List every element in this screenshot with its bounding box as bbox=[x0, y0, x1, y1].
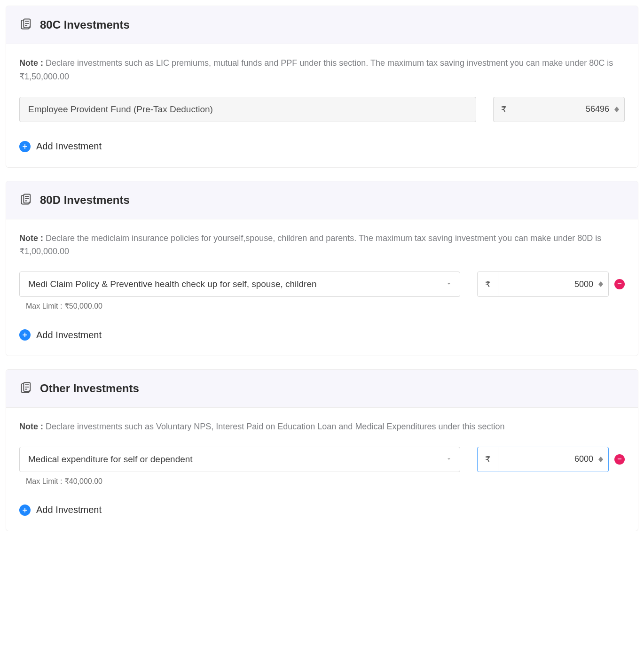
investment-row: Employee Provident Fund (Pre-Tax Deducti… bbox=[19, 97, 625, 122]
select-value: Medical expenditure for self or dependen… bbox=[28, 454, 193, 465]
section-title: 80C Investments bbox=[40, 18, 130, 31]
plus-icon bbox=[19, 505, 31, 516]
note-label: Note : bbox=[19, 233, 46, 243]
investment-row: Medical expenditure for self or dependen… bbox=[19, 447, 625, 486]
add-investment-button[interactable]: Add Investment bbox=[19, 329, 625, 341]
section-note: Note : Declare investments such as LIC p… bbox=[19, 56, 625, 84]
document-icon bbox=[19, 193, 32, 208]
amount-input[interactable] bbox=[498, 447, 596, 472]
plus-icon bbox=[19, 329, 31, 341]
section-body: Note : Declare the mediclaim insurance p… bbox=[6, 219, 638, 356]
note-text: Declare investments such as LIC premiums… bbox=[19, 58, 613, 81]
add-investment-button[interactable]: Add Investment bbox=[19, 141, 625, 152]
investment-row: Medi Claim Policy & Preventive health ch… bbox=[19, 272, 625, 310]
add-investment-button[interactable]: Add Investment bbox=[19, 505, 625, 516]
currency-symbol: ₹ bbox=[494, 97, 514, 122]
plus-icon bbox=[19, 141, 31, 152]
section-title: Other Investments bbox=[40, 382, 139, 395]
number-stepper[interactable] bbox=[596, 272, 608, 296]
document-icon bbox=[19, 381, 32, 396]
section-body: Note : Declare investments such as Volun… bbox=[6, 408, 638, 531]
minus-icon bbox=[617, 455, 622, 464]
section-header: 80D Investments bbox=[6, 181, 638, 219]
investment-main: Employee Provident Fund (Pre-Tax Deducti… bbox=[19, 97, 476, 122]
note-text: Declare investments such as Voluntary NP… bbox=[46, 422, 505, 431]
label-text: Employee Provident Fund (Pre-Tax Deducti… bbox=[28, 104, 213, 115]
investment-select[interactable]: Medical expenditure for self or dependen… bbox=[19, 447, 460, 472]
remove-button[interactable] bbox=[614, 279, 625, 289]
section-header: 80C Investments bbox=[6, 6, 638, 44]
note-text: Declare the mediclaim insurance policies… bbox=[19, 233, 601, 256]
max-limit: Max Limit : ₹50,000.00 bbox=[26, 302, 460, 310]
section-other: Other InvestmentsNote : Declare investme… bbox=[6, 369, 638, 531]
section-body: Note : Declare investments such as LIC p… bbox=[6, 44, 638, 167]
currency-symbol: ₹ bbox=[478, 447, 498, 472]
amount-input[interactable] bbox=[498, 272, 596, 296]
number-stepper[interactable] bbox=[596, 447, 608, 472]
amount-field: ₹ bbox=[477, 447, 609, 472]
investment-select[interactable]: Medi Claim Policy & Preventive health ch… bbox=[19, 272, 460, 297]
add-label: Add Investment bbox=[36, 141, 102, 152]
currency-symbol: ₹ bbox=[478, 272, 498, 296]
document-icon bbox=[19, 17, 32, 32]
note-label: Note : bbox=[19, 58, 46, 68]
add-label: Add Investment bbox=[36, 330, 102, 341]
number-stepper[interactable] bbox=[612, 97, 624, 122]
note-label: Note : bbox=[19, 422, 46, 431]
section-note: Note : Declare investments such as Volun… bbox=[19, 420, 625, 434]
max-limit: Max Limit : ₹40,000.00 bbox=[26, 477, 460, 486]
investment-main: Medical expenditure for self or dependen… bbox=[19, 447, 460, 486]
add-label: Add Investment bbox=[36, 505, 102, 515]
select-value: Medi Claim Policy & Preventive health ch… bbox=[28, 279, 317, 289]
chevron-down-icon bbox=[446, 454, 452, 465]
remove-button[interactable] bbox=[614, 454, 625, 465]
amount-field: ₹ bbox=[493, 97, 625, 122]
investment-main: Medi Claim Policy & Preventive health ch… bbox=[19, 272, 460, 310]
section-header: Other Investments bbox=[6, 370, 638, 408]
amount-field: ₹ bbox=[477, 272, 609, 297]
section-80d: 80D InvestmentsNote : Declare the medicl… bbox=[6, 181, 638, 357]
section-title: 80D Investments bbox=[40, 194, 130, 207]
minus-icon bbox=[617, 280, 622, 288]
investment-label: Employee Provident Fund (Pre-Tax Deducti… bbox=[19, 97, 476, 122]
chevron-down-icon bbox=[446, 279, 452, 289]
amount-input bbox=[514, 97, 612, 122]
section-note: Note : Declare the mediclaim insurance p… bbox=[19, 232, 625, 259]
section-80c: 80C InvestmentsNote : Declare investment… bbox=[6, 6, 638, 168]
